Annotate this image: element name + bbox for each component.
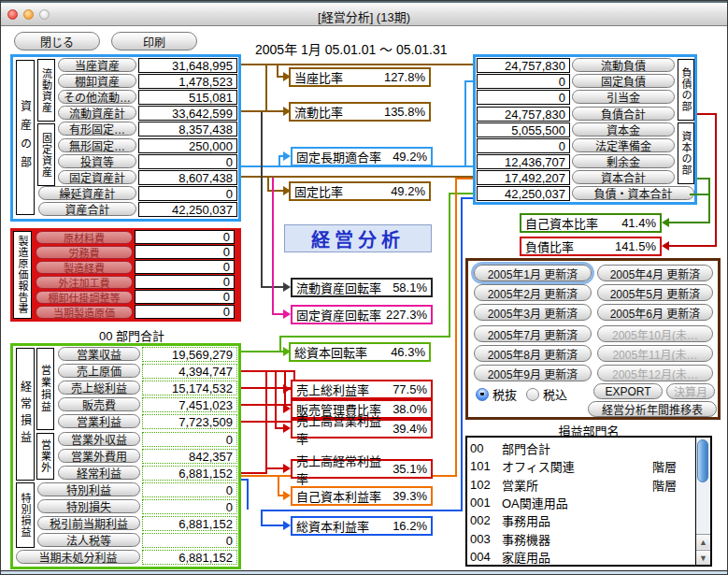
mfg-value-0: 0 [135,230,235,244]
mfg-label-1[interactable]: 労務費 [36,246,133,259]
ratio-value: 127.8% [384,70,425,84]
ratio-label: 固定長期適合率 [296,148,381,165]
connector-line [715,113,717,246]
liab-label-6[interactable]: 剰余金 [572,154,675,168]
close-button[interactable]: 閉じる [14,32,100,50]
yearly-trend-button[interactable]: 経営分析年間推移表 [588,401,717,417]
assets-label-5[interactable]: 無形固定… [58,138,136,152]
liab-label-8[interactable]: 負債・資本合計 [572,186,694,200]
liab-value-4: 5,055,500 [477,122,570,137]
pl-operating-group-label: 営業損益 [36,348,54,430]
liab-label-5[interactable]: 法定準備金 [572,138,675,152]
liab-label-3[interactable]: 負債合計 [572,107,675,121]
pl-value-3: 7,451,023 [142,397,237,412]
dept-name: 事務機器 [502,530,550,548]
connector-line [265,64,267,112]
mfg-value-4: 0 [135,290,235,304]
assets-label-8[interactable]: 繰延資産計 [38,186,136,200]
export-button[interactable]: EXPORT [593,383,663,399]
mfg-label-3[interactable]: 外注加工費 [36,276,133,289]
total-capital-turnover-box: 総資本回転率46.3% [289,342,431,362]
liab-value-3: 24,757,830 [477,107,570,122]
liab-label-0[interactable]: 流動負債 [572,58,675,72]
connector-line [241,472,267,474]
list-item[interactable]: 003事務機器 [467,530,678,548]
tax-included-option[interactable]: 税込 [526,385,567,403]
list-item[interactable]: 002事務用品 [467,511,678,529]
print-button[interactable]: 印刷 [111,32,197,50]
liab-label-4[interactable]: 資本金 [572,122,675,137]
pl-label-5[interactable]: 営業外収益 [58,432,140,446]
ratio-label: 固定比率 [294,182,343,200]
ratio-label: 自己資本利益率 [296,487,381,505]
debt-ratio-value: 141.5% [615,239,656,253]
month-button-mar[interactable]: 2005年3月 更新済 [474,304,592,321]
month-button-jul[interactable]: 2005年7月 更新済 [474,325,592,342]
pl-label-0[interactable]: 営業収益 [58,347,140,361]
pl-label-4[interactable]: 営業利益 [58,414,140,428]
mfg-label-4[interactable]: 棚卸仕掛調整等 [36,291,133,304]
liab-label-7[interactable]: 資本合計 [572,170,675,184]
liab-label-2[interactable]: 引当金 [572,90,675,104]
assets-label-4[interactable]: 有形固定… [58,122,136,136]
pl-label-11[interactable]: 法人税等 [37,533,140,547]
connector-line [464,80,473,82]
analysis-title: 経営分析 [284,224,432,252]
month-button-oct: 2005年10月(未… [597,325,713,342]
arrow-icon [283,309,291,319]
scrollbar-thumb[interactable] [697,439,708,482]
liab-label-1[interactable]: 固定負債 [572,74,675,88]
assets-label-1[interactable]: 棚卸資産 [58,74,136,88]
connector-line [461,197,463,511]
pl-value-4: 7,723,509 [142,414,237,429]
current-asset-turnover-box: 流動資産回転率58.1% [291,278,433,297]
dept-code: 001 [467,496,502,510]
assets-label-9[interactable]: 資産合計 [38,202,136,216]
pl-label-10[interactable]: 税引前当期利益 [37,516,140,530]
tax-excluded-option[interactable]: 税抜 [476,385,517,403]
mfg-label-2[interactable]: 製造経費 [36,261,133,274]
month-button-feb[interactable]: 2005年2月 更新済 [474,284,592,301]
list-item[interactable]: 001OA関連用品 [467,494,678,511]
period-label: 2005年 1月 05.01.01 ～ 05.01.31 [255,39,447,58]
assets-label-2[interactable]: その他流動… [58,90,136,104]
scroll-up-icon[interactable]: ▲ [696,534,710,549]
list-item[interactable]: 00部門合計 [467,439,678,457]
assets-label-7[interactable]: 固定資産計 [58,170,136,184]
pl-label-1[interactable]: 売上原価 [58,364,140,378]
ratio-value: 16.2% [393,519,427,533]
pl-label-7[interactable]: 経常利益 [58,466,140,480]
month-button-jan[interactable]: 2005年1月 更新済 [474,265,592,281]
liab-value-2: 0 [477,90,570,105]
month-button-sep[interactable]: 2005年9月 更新済 [474,365,592,381]
connector-line [261,525,283,526]
scroll-down-icon[interactable]: ▼ [696,550,710,565]
month-button-apr[interactable]: 2005年4月 更新済 [597,265,713,281]
mfg-label-5[interactable]: 当期製造原価 [36,306,133,319]
assets-label-3[interactable]: 流動資産計 [58,106,136,120]
radio-selected-icon[interactable] [476,388,489,401]
radio-unselected-icon[interactable] [526,388,539,401]
list-item[interactable]: 101オフィス関連階層 [467,457,678,475]
department-caption: 00 部門合計 [57,326,207,344]
pl-label-9[interactable]: 特別損失 [37,499,140,513]
pl-label-6[interactable]: 営業外費用 [58,449,140,463]
month-button-may[interactable]: 2005年5月 更新済 [597,284,713,301]
scrollbar[interactable]: ▲ ▼ [695,438,710,565]
mfg-label-0[interactable]: 原材料費 [36,231,133,244]
liab-value-7: 17,492,207 [477,170,570,185]
pl-label-8[interactable]: 特別利益 [37,482,140,496]
month-button-jun[interactable]: 2005年6月 更新済 [597,304,713,321]
list-item[interactable]: 004家庭用品 [467,548,678,566]
fixed-asset-turnover-box: 固定資産回転率227.3% [291,305,433,324]
fixed-ratio-box: 固定比率49.2% [289,181,431,201]
pl-label-2[interactable]: 売上総利益 [58,381,140,395]
liabilities-side-label: 負債の部 [678,59,694,121]
month-button-aug[interactable]: 2005年8月 更新済 [474,345,592,362]
pl-label-3[interactable]: 販売費 [58,397,140,411]
assets-label-6[interactable]: 投資等 [58,154,136,168]
pl-label-12[interactable]: 当期未処分利益 [16,550,140,564]
arrow-icon [662,218,669,227]
assets-label-0[interactable]: 当座資産 [58,58,136,72]
list-item[interactable]: 102営業所階層 [467,476,678,494]
